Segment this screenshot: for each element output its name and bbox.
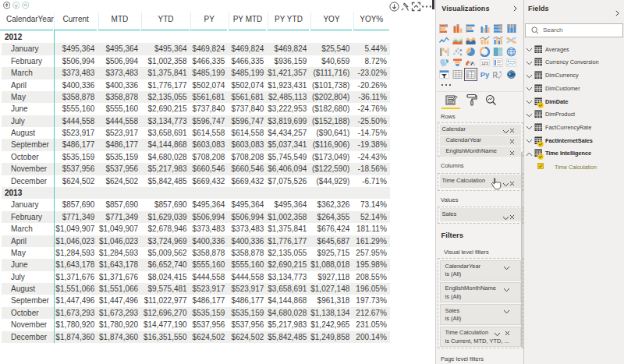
svg-text:Py: Py: [480, 70, 489, 79]
svg-text:123: 123: [481, 61, 488, 65]
svg-text:R,: R,: [493, 71, 500, 80]
